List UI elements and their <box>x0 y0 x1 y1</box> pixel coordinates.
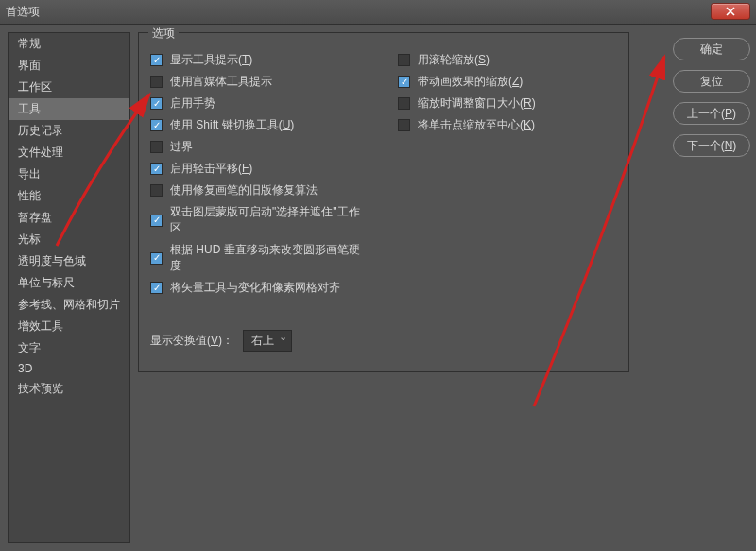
option-label: 过界 <box>170 139 193 155</box>
sidebar-item[interactable]: 界面 <box>9 55 129 77</box>
checkbox[interactable] <box>398 97 410 110</box>
close-icon <box>726 7 735 16</box>
option-label: 带动画效果的缩放(Z) <box>418 74 523 90</box>
options-group: 选项 显示工具提示(T)使用富媒体工具提示启用手势使用 Shift 键切换工具(… <box>138 32 629 372</box>
option-row[interactable]: 过界 <box>150 139 369 155</box>
option-row[interactable]: 用滚轮缩放(S) <box>398 52 617 68</box>
option-label: 使用富媒体工具提示 <box>170 74 272 90</box>
option-row[interactable]: 双击图层蒙版可启动"选择并遮住"工作区 <box>150 204 369 236</box>
checkbox[interactable] <box>398 54 410 66</box>
sidebar-item[interactable]: 参考线、网格和切片 <box>9 294 129 316</box>
sidebar-item[interactable]: 历史记录 <box>9 120 129 142</box>
option-label: 将矢量工具与变化和像素网格对齐 <box>170 280 340 296</box>
close-button[interactable] <box>711 3 750 20</box>
sidebar-item[interactable]: 工作区 <box>9 77 129 98</box>
option-row[interactable]: 带动画效果的缩放(Z) <box>398 74 617 90</box>
checkbox[interactable] <box>150 184 163 197</box>
groupbox-label: 选项 <box>148 26 179 42</box>
option-row[interactable]: 使用 Shift 键切换工具(U) <box>150 117 369 133</box>
checkbox[interactable] <box>398 119 410 131</box>
option-row[interactable]: 使用富媒体工具提示 <box>150 74 369 90</box>
prev-button[interactable]: 上一个(P) <box>673 102 750 125</box>
option-label: 双击图层蒙版可启动"选择并遮住"工作区 <box>170 204 369 236</box>
sidebar-item[interactable]: 光标 <box>9 229 129 250</box>
checkbox[interactable] <box>150 76 163 88</box>
transform-values-label: 显示变换值(V)： <box>150 333 233 349</box>
option-row[interactable]: 显示工具提示(T) <box>150 52 369 68</box>
checkbox[interactable] <box>150 215 163 227</box>
dialog-buttons: 确定 复位 上一个(P) 下一个(N) <box>673 38 750 157</box>
checkbox[interactable] <box>398 76 410 88</box>
option-label: 使用 Shift 键切换工具(U) <box>170 117 294 133</box>
option-row[interactable]: 启用轻击平移(F) <box>150 161 369 177</box>
sidebar-item[interactable]: 3D <box>9 359 129 378</box>
next-button[interactable]: 下一个(N) <box>673 134 750 157</box>
option-label: 启用手势 <box>170 95 215 112</box>
sidebar-item[interactable]: 导出 <box>9 164 129 185</box>
sidebar-item[interactable]: 技术预览 <box>9 378 129 400</box>
option-row[interactable]: 使用修复画笔的旧版修复算法 <box>150 182 369 198</box>
checkbox[interactable] <box>150 141 163 153</box>
checkbox[interactable] <box>150 163 163 175</box>
checkbox[interactable] <box>150 97 163 110</box>
sidebar-item[interactable]: 透明度与色域 <box>9 250 129 272</box>
sidebar-item[interactable]: 常规 <box>9 33 129 55</box>
sidebar-item[interactable]: 增效工具 <box>9 316 129 337</box>
option-label: 使用修复画笔的旧版修复算法 <box>170 182 318 198</box>
checkbox[interactable] <box>150 119 163 131</box>
option-row[interactable]: 根据 HUD 垂直移动来改变圆形画笔硬度 <box>150 242 369 274</box>
sidebar-item[interactable]: 单位与标尺 <box>9 272 129 294</box>
option-label: 根据 HUD 垂直移动来改变圆形画笔硬度 <box>170 242 369 274</box>
content-area: 常规界面工作区工具历史记录文件处理导出性能暂存盘光标透明度与色域单位与标尺参考线… <box>0 25 756 551</box>
option-row[interactable]: 将单击点缩放至中心(K) <box>398 117 617 133</box>
option-label: 用滚轮缩放(S) <box>418 52 490 68</box>
option-label: 缩放时调整窗口大小(R) <box>418 95 536 112</box>
titlebar: 首选项 <box>0 0 756 25</box>
checkbox[interactable] <box>150 54 163 66</box>
sidebar-item[interactable]: 文字 <box>9 337 129 359</box>
option-label: 显示工具提示(T) <box>170 52 252 68</box>
option-row[interactable]: 缩放时调整窗口大小(R) <box>398 95 617 112</box>
option-label: 将单击点缩放至中心(K) <box>418 117 535 133</box>
option-row[interactable]: 将矢量工具与变化和像素网格对齐 <box>150 280 369 296</box>
option-row[interactable]: 启用手势 <box>150 95 369 112</box>
sidebar: 常规界面工作区工具历史记录文件处理导出性能暂存盘光标透明度与色域单位与标尺参考线… <box>8 32 130 543</box>
sidebar-item[interactable]: 文件处理 <box>9 142 129 164</box>
sidebar-item[interactable]: 工具 <box>9 98 129 120</box>
ok-button[interactable]: 确定 <box>673 38 750 60</box>
options-column-left: 显示工具提示(T)使用富媒体工具提示启用手势使用 Shift 键切换工具(U)过… <box>150 46 369 301</box>
checkbox[interactable] <box>150 252 163 265</box>
reset-button[interactable]: 复位 <box>673 70 750 93</box>
window-title: 首选项 <box>6 4 40 20</box>
options-column-right: 用滚轮缩放(S)带动画效果的缩放(Z)缩放时调整窗口大小(R)将单击点缩放至中心… <box>398 46 617 301</box>
option-label: 启用轻击平移(F) <box>170 161 252 177</box>
sidebar-item[interactable]: 暂存盘 <box>9 207 129 229</box>
checkbox[interactable] <box>150 282 163 294</box>
main-panel: 选项 显示工具提示(T)使用富媒体工具提示启用手势使用 Shift 键切换工具(… <box>138 32 748 543</box>
transform-values-dropdown[interactable]: 右上 <box>243 330 292 352</box>
transform-values-row: 显示变换值(V)： 右上 <box>150 330 617 352</box>
sidebar-item[interactable]: 性能 <box>9 185 129 207</box>
